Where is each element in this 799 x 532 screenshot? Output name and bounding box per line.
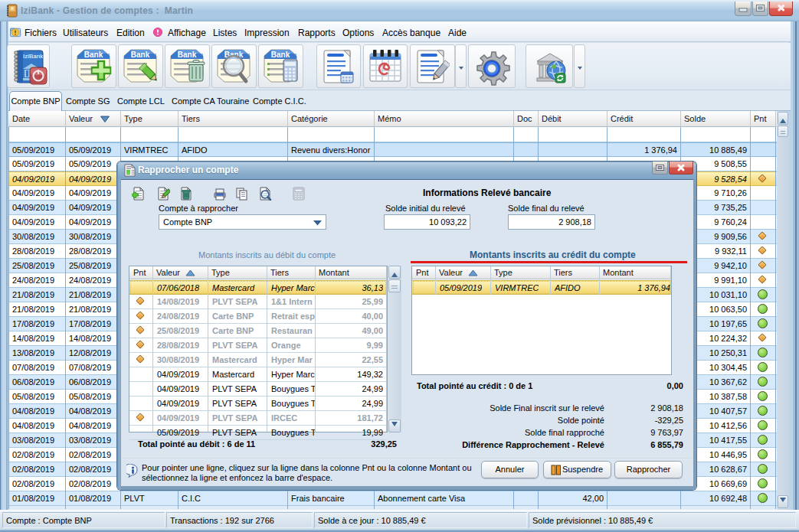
svg-text:Bank: Bank [84, 51, 103, 59]
svg-text:Bank: Bank [271, 51, 290, 59]
svg-text:IziBank: IziBank [23, 53, 44, 60]
svg-text:Bank: Bank [131, 51, 150, 59]
svg-text:Bank: Bank [178, 51, 197, 59]
